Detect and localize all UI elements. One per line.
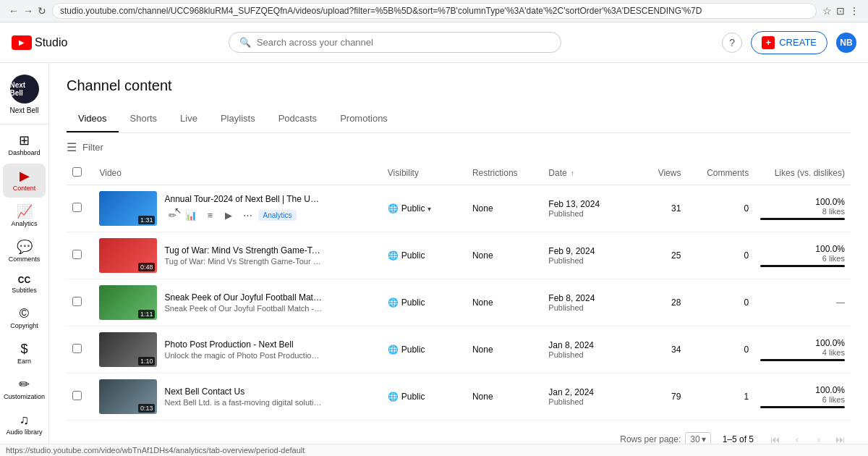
row-checkbox[interactable] bbox=[72, 297, 82, 306]
rows-per-page-select[interactable]: 30 ▾ bbox=[685, 432, 710, 444]
url-bar: ← → ↻ studio.youtube.com/channel/UCC968k… bbox=[0, 0, 868, 22]
topbar-right: ? CREATE NB bbox=[722, 31, 856, 54]
tab-videos[interactable]: Videos bbox=[67, 106, 119, 132]
sidebar-item-content[interactable]: ▶ Content bbox=[3, 164, 46, 198]
youtube-logo[interactable]: Studio bbox=[12, 35, 67, 50]
col-header-views: Views bbox=[636, 161, 686, 185]
row-checkbox[interactable] bbox=[72, 391, 82, 400]
filter-label[interactable]: Filter bbox=[82, 142, 103, 153]
avatar[interactable]: NB bbox=[836, 33, 856, 53]
prev-page-button[interactable]: ‹ bbox=[787, 429, 807, 444]
visibility-cell[interactable]: 🌐 Public bbox=[388, 297, 461, 308]
reload-icon[interactable]: ↻ bbox=[38, 5, 46, 17]
sidebar-item-analytics[interactable]: 📈 Analytics bbox=[3, 199, 46, 233]
video-info: Photo Post Production - Next Bell Unlock… bbox=[164, 339, 375, 360]
analytics-icon: 📈 bbox=[17, 205, 33, 218]
sidebar-item-comments[interactable]: 💬 Comments bbox=[3, 235, 46, 269]
sidebar-channel-name: Next Bell bbox=[9, 106, 38, 115]
comments-cell: 0 bbox=[686, 185, 754, 232]
sidebar-item-label-analytics: Analytics bbox=[11, 220, 37, 227]
tabs: Videos Shorts Live Playlists Podcasts Pr… bbox=[67, 106, 851, 133]
video-title: Sneak Peek of Our Joyful Football Match … bbox=[164, 292, 323, 303]
video-cell: 1:31 Annual Tour-2024 of Next Bell | The… bbox=[99, 191, 375, 226]
main-content: Channel content Videos Shorts Live Playl… bbox=[49, 63, 868, 444]
back-icon[interactable]: ← bbox=[9, 5, 19, 17]
next-page-button[interactable]: › bbox=[809, 429, 829, 444]
restrictions-cell: None bbox=[467, 326, 542, 373]
video-cell: 0:13 Next Bell Contact Us Next Bell Ltd.… bbox=[99, 379, 375, 414]
tab-shorts[interactable]: Shorts bbox=[119, 106, 169, 132]
extension-icon[interactable]: ⊡ bbox=[836, 5, 845, 17]
more-options-button[interactable]: ⋯ bbox=[239, 207, 255, 223]
tab-playlists[interactable]: Playlists bbox=[209, 106, 267, 132]
video-thumbnail[interactable]: 1:11 bbox=[99, 285, 157, 320]
video-duration: 1:10 bbox=[138, 357, 156, 366]
video-cell: 1:10 Photo Post Production - Next Bell U… bbox=[99, 332, 375, 367]
sidebar: Next Bell Next Bell ⊞ Dashboard ▶ Conten… bbox=[0, 63, 49, 444]
filter-icon[interactable]: ☰ bbox=[67, 140, 77, 154]
tab-live[interactable]: Live bbox=[169, 106, 209, 132]
col-header-date[interactable]: Date ↑ bbox=[542, 161, 636, 185]
date-published: Published bbox=[548, 303, 630, 312]
sidebar-item-label-customization: Customization bbox=[4, 393, 45, 400]
search-input[interactable] bbox=[257, 37, 550, 48]
url-field[interactable]: studio.youtube.com/channel/UCC968kluRM4_… bbox=[52, 3, 817, 19]
search-box[interactable]: 🔍 bbox=[229, 32, 561, 53]
subtitles-icon: CC bbox=[18, 276, 30, 284]
row-checkbox[interactable] bbox=[72, 344, 82, 353]
video-thumbnail[interactable]: 1:31 bbox=[99, 191, 157, 226]
topbar-left: Studio bbox=[12, 35, 67, 50]
sidebar-item-earn[interactable]: $ Earn bbox=[3, 337, 46, 371]
bookmark-icon[interactable]: ☆ bbox=[822, 5, 832, 17]
youtube-button[interactable]: ▶ bbox=[221, 207, 237, 223]
menu-icon[interactable]: ⋮ bbox=[849, 5, 859, 17]
col-header-video: Video bbox=[93, 161, 381, 185]
dashboard-icon: ⊞ bbox=[19, 134, 30, 147]
select-all-checkbox[interactable] bbox=[72, 167, 82, 177]
visibility-cell[interactable]: 🌐 Public bbox=[388, 250, 461, 261]
likes-cell: 100.0% 4 likes bbox=[754, 326, 851, 373]
subtitle-button[interactable]: ≡ bbox=[202, 207, 218, 223]
sidebar-item-dashboard[interactable]: ⊞ Dashboard bbox=[3, 128, 46, 162]
date-value: Jan 8, 2024 bbox=[548, 340, 630, 350]
first-page-button[interactable]: ⏮ bbox=[765, 429, 786, 444]
sidebar-channel[interactable]: Next Bell Next Bell bbox=[0, 69, 48, 124]
likes-bar bbox=[760, 359, 845, 361]
visibility-cell[interactable]: 🌐 Public bbox=[388, 392, 461, 402]
row-checkbox[interactable] bbox=[72, 203, 82, 212]
create-button[interactable]: CREATE bbox=[751, 31, 827, 54]
sidebar-item-customization[interactable]: ✏ Customization bbox=[3, 372, 46, 406]
visibility-cell[interactable]: 🌐 Public ▾ bbox=[388, 203, 461, 214]
sidebar-item-copyright[interactable]: © Copyright bbox=[3, 301, 46, 335]
rows-per-page: Rows per page: 30 ▾ bbox=[620, 432, 710, 444]
sidebar-item-subtitles[interactable]: CC Subtitles bbox=[3, 270, 46, 300]
browser-nav-icons[interactable]: ← → ↻ bbox=[9, 5, 46, 17]
likes-bar-wrap bbox=[760, 265, 845, 267]
help-button[interactable]: ? bbox=[722, 33, 742, 53]
public-icon: 🌐 bbox=[388, 203, 399, 214]
likes-pct: 100.0% bbox=[760, 197, 845, 207]
visibility-cell[interactable]: 🌐 Public bbox=[388, 345, 461, 355]
video-thumbnail[interactable]: 1:10 bbox=[99, 332, 157, 367]
bar-chart-button[interactable]: 📊 bbox=[183, 207, 199, 223]
video-title: Annual Tour-2024 of Next Bell | The Unfo… bbox=[164, 194, 323, 204]
earn-icon: $ bbox=[20, 342, 27, 355]
tab-promotions[interactable]: Promotions bbox=[328, 106, 399, 132]
last-page-button[interactable]: ⏭ bbox=[830, 429, 851, 444]
public-icon: 🌐 bbox=[388, 250, 399, 261]
row-checkbox[interactable] bbox=[72, 250, 82, 259]
channel-logo-text: Next Bell bbox=[10, 81, 39, 97]
sidebar-item-label-dashboard: Dashboard bbox=[8, 149, 40, 156]
forward-icon[interactable]: → bbox=[23, 5, 33, 17]
sidebar-item-audio-library[interactable]: ♫ Audio library bbox=[3, 408, 46, 442]
views-cell: 79 bbox=[636, 373, 686, 421]
table-row: 0:13 Next Bell Contact Us Next Bell Ltd.… bbox=[67, 373, 851, 421]
comments-cell: 0 bbox=[686, 326, 754, 373]
status-url: https://studio.youtube.com/video/wbTnAf1… bbox=[6, 446, 305, 455]
tab-podcasts[interactable]: Podcasts bbox=[267, 106, 328, 132]
sidebar-item-label-audio: Audio library bbox=[6, 428, 42, 436]
rows-per-page-label: Rows per page: bbox=[620, 434, 681, 444]
dropdown-icon: ▾ bbox=[427, 205, 431, 213]
video-thumbnail[interactable]: 0:13 bbox=[99, 379, 157, 414]
video-thumbnail[interactable]: 0:48 bbox=[99, 238, 157, 273]
